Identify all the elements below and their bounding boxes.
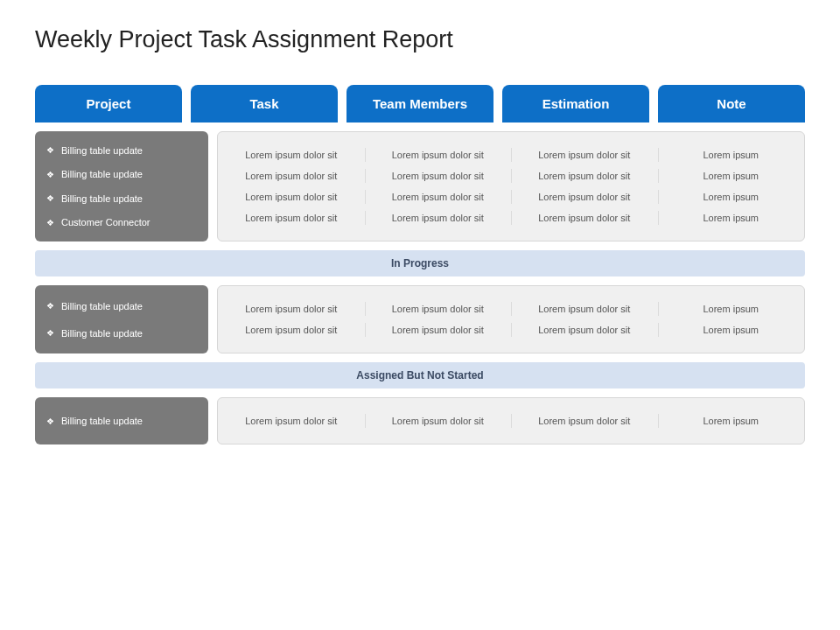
- cell-team: Lorem ipsum dolor sit: [365, 165, 512, 186]
- project-label: Billing table update: [61, 328, 143, 339]
- cell-task: Lorem ipsum dolor sit: [218, 207, 365, 228]
- cell-task: Lorem ipsum dolor sit: [218, 319, 365, 340]
- header-team-members: Team Members: [346, 85, 494, 122]
- cell-estimation: Lorem ipsum dolor sit: [511, 207, 658, 228]
- project-label: Billing table update: [61, 145, 143, 156]
- slide: Weekly Project Task Assignment Report Pr…: [0, 0, 840, 480]
- cell-note: Lorem ipsum: [658, 298, 805, 319]
- cell-estimation: Lorem ipsum dolor sit: [511, 144, 658, 165]
- data-column: Lorem ipsum dolor sit Lorem ipsum dolor …: [217, 131, 805, 242]
- project-item: ❖ Billing table update: [46, 416, 198, 426]
- diamond-bullet-icon: ❖: [46, 416, 54, 426]
- project-column: ❖ Billing table update ❖ Billing table u…: [35, 285, 208, 354]
- project-item: ❖ Billing table update: [46, 301, 198, 312]
- cell-estimation: Lorem ipsum dolor sit: [511, 410, 658, 431]
- cell-estimation: Lorem ipsum dolor sit: [511, 186, 658, 207]
- cell-note: Lorem ipsum: [658, 165, 805, 186]
- cell-note: Lorem ipsum: [658, 186, 805, 207]
- diamond-bullet-icon: ❖: [46, 301, 54, 311]
- header-note: Note: [658, 85, 805, 122]
- project-label: Billing table update: [61, 169, 143, 179]
- diamond-bullet-icon: ❖: [46, 218, 54, 228]
- table-row: Lorem ipsum dolor sit Lorem ipsum dolor …: [218, 165, 804, 186]
- header-project: Project: [35, 85, 182, 122]
- project-label: Customer Connector: [61, 217, 150, 228]
- cell-team: Lorem ipsum dolor sit: [365, 144, 512, 165]
- cell-team: Lorem ipsum dolor sit: [365, 410, 512, 431]
- cell-note: Lorem ipsum: [658, 144, 805, 165]
- cell-note: Lorem ipsum: [658, 207, 805, 228]
- section-row: ❖ Billing table update ❖ Billing table u…: [35, 131, 805, 242]
- table-row: Lorem ipsum dolor sit Lorem ipsum dolor …: [218, 319, 804, 340]
- cell-estimation: Lorem ipsum dolor sit: [511, 319, 658, 340]
- project-label: Billing table update: [61, 193, 143, 204]
- project-column: ❖ Billing table update ❖ Billing table u…: [35, 131, 208, 242]
- table-row: Lorem ipsum dolor sit Lorem ipsum dolor …: [218, 298, 804, 319]
- data-column: Lorem ipsum dolor sit Lorem ipsum dolor …: [217, 285, 805, 354]
- diamond-bullet-icon: ❖: [46, 328, 54, 338]
- project-label: Billing table update: [61, 301, 143, 312]
- status-band: In Progress: [35, 250, 805, 276]
- cell-team: Lorem ipsum dolor sit: [365, 319, 512, 340]
- diamond-bullet-icon: ❖: [46, 145, 54, 155]
- status-band: Assigned But Not Started: [35, 362, 805, 388]
- project-item: ❖ Customer Connector: [46, 217, 198, 228]
- cell-team: Lorem ipsum dolor sit: [365, 298, 512, 319]
- header-estimation: Estimation: [502, 85, 649, 122]
- cell-task: Lorem ipsum dolor sit: [218, 186, 365, 207]
- project-item: ❖ Billing table update: [46, 328, 198, 339]
- table-row: Lorem ipsum dolor sit Lorem ipsum dolor …: [218, 144, 804, 165]
- diamond-bullet-icon: ❖: [46, 193, 54, 203]
- cell-team: Lorem ipsum dolor sit: [365, 207, 512, 228]
- project-column: ❖ Billing table update: [35, 397, 208, 444]
- section-row: ❖ Billing table update Lorem ipsum dolor…: [35, 397, 805, 444]
- cell-estimation: Lorem ipsum dolor sit: [511, 298, 658, 319]
- project-item: ❖ Billing table update: [46, 169, 198, 179]
- project-label: Billing table update: [61, 416, 143, 426]
- data-column: Lorem ipsum dolor sit Lorem ipsum dolor …: [217, 397, 805, 444]
- cell-task: Lorem ipsum dolor sit: [218, 165, 365, 186]
- cell-estimation: Lorem ipsum dolor sit: [511, 165, 658, 186]
- table-row: Lorem ipsum dolor sit Lorem ipsum dolor …: [218, 186, 804, 207]
- column-headers: Project Task Team Members Estimation Not…: [35, 85, 805, 122]
- cell-team: Lorem ipsum dolor sit: [365, 186, 512, 207]
- cell-task: Lorem ipsum dolor sit: [218, 410, 365, 431]
- diamond-bullet-icon: ❖: [46, 170, 54, 179]
- table-row: Lorem ipsum dolor sit Lorem ipsum dolor …: [218, 410, 804, 431]
- header-task: Task: [191, 85, 338, 122]
- cell-task: Lorem ipsum dolor sit: [218, 144, 365, 165]
- cell-task: Lorem ipsum dolor sit: [218, 298, 365, 319]
- page-title: Weekly Project Task Assignment Report: [35, 26, 805, 53]
- section-row: ❖ Billing table update ❖ Billing table u…: [35, 285, 805, 354]
- cell-note: Lorem ipsum: [658, 410, 805, 431]
- table-row: Lorem ipsum dolor sit Lorem ipsum dolor …: [218, 207, 804, 228]
- cell-note: Lorem ipsum: [658, 319, 805, 340]
- project-item: ❖ Billing table update: [46, 145, 198, 156]
- project-item: ❖ Billing table update: [46, 193, 198, 204]
